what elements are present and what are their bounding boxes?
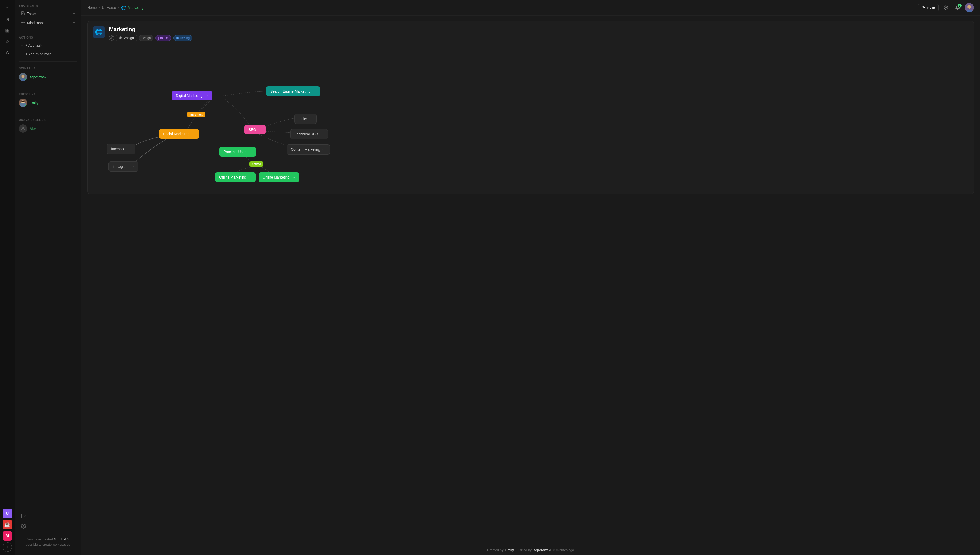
online-marketing-menu[interactable]: ···: [292, 175, 295, 180]
offline-marketing-menu[interactable]: ···: [248, 175, 252, 180]
info-button[interactable]: ⓘ: [109, 35, 114, 40]
tag-design[interactable]: design: [139, 35, 153, 41]
sidebar-divider3: [19, 87, 77, 88]
sidebar-divider4: [19, 113, 77, 113]
card-tags: ⓘ Assign design product ma: [109, 35, 959, 41]
svg-point-0: [6, 51, 8, 53]
unavailable-label: UNAVAILABLE - 1: [19, 118, 77, 121]
add-task-plus-icon: +: [21, 43, 23, 48]
svg-point-5: [21, 76, 22, 77]
add-mindmap-button[interactable]: + + Add mind map: [17, 50, 79, 58]
node-links[interactable]: Links ···: [294, 114, 317, 124]
breadcrumb: Home › Universe › 🌐 Marketing: [87, 5, 916, 10]
owner-section: OWNER - 1 sepetowski: [15, 65, 81, 84]
links-menu[interactable]: ···: [309, 117, 312, 121]
add-mindmap-plus-icon: +: [21, 52, 23, 56]
add-mindmap-label: + Add mind map: [25, 52, 51, 56]
home-nav-icon[interactable]: ⌂: [3, 3, 12, 13]
footer-editor-name: sepetowski: [533, 548, 551, 552]
card-title-area: Marketing ⓘ Assign design: [109, 26, 959, 41]
editor-label: EDITOR - 1: [19, 93, 77, 96]
owner-avatar: [19, 73, 27, 81]
sidebar-footer: You have created 3 out of 5 possible to …: [15, 533, 81, 551]
svg-point-16: [945, 7, 946, 8]
java-workspace-avatar[interactable]: ☕: [3, 520, 12, 529]
settings-icon-button[interactable]: [17, 521, 79, 531]
content-marketing-menu[interactable]: ···: [322, 147, 325, 152]
unavailable-section: UNAVAILABLE - 1 Alex: [15, 116, 81, 136]
breadcrumb-sep1: ›: [99, 6, 100, 10]
sidebar-divider: [19, 30, 77, 31]
add-workspace-button[interactable]: +: [3, 542, 12, 552]
tasks-chevron-icon: ▾: [73, 12, 75, 16]
tasks-label: Tasks: [27, 12, 71, 16]
breadcrumb-home[interactable]: Home: [87, 6, 97, 10]
instagram-menu[interactable]: ···: [130, 164, 134, 169]
node-offline-marketing[interactable]: Offline Marketing ···: [215, 172, 256, 182]
mindmaps-chevron-icon: ▾: [73, 21, 75, 25]
technical-seo-menu[interactable]: ···: [320, 132, 324, 136]
add-task-button[interactable]: + + Add task: [17, 41, 79, 50]
node-facebook[interactable]: facebook ···: [107, 144, 135, 154]
technical-seo-label: Technical SEO: [295, 132, 318, 136]
mindmap-connections-svg: [93, 46, 969, 189]
notification-button[interactable]: 1: [953, 3, 962, 12]
svg-point-18: [967, 5, 971, 9]
breadcrumb-universe[interactable]: Universe: [102, 6, 116, 10]
tag-marketing[interactable]: marketing: [173, 35, 193, 41]
footer-text2: possible to create workspaces: [26, 542, 70, 546]
calendar-nav-icon[interactable]: ▦: [3, 26, 12, 35]
node-social-marketing[interactable]: Social Marketing ···: [159, 129, 199, 139]
node-online-marketing[interactable]: Online Marketing ···: [259, 172, 299, 182]
node-practical-uses[interactable]: Practical Uses ···: [220, 147, 256, 157]
editor-section: EDITOR - 1 Emily: [15, 91, 81, 110]
footer-created-by: Created by: [487, 548, 503, 552]
node-technical-seo[interactable]: Technical SEO ···: [291, 129, 328, 139]
facebook-label: facebook: [111, 147, 125, 151]
node-seo[interactable]: SEO ···: [244, 125, 266, 135]
seo-label: SEO: [249, 128, 256, 132]
sidebar-divider2: [19, 61, 77, 62]
u-workspace-avatar[interactable]: U: [3, 508, 12, 518]
node-instagram[interactable]: instagram ···: [108, 162, 138, 172]
star-nav-icon[interactable]: ☆: [3, 37, 12, 47]
logout-icon-button[interactable]: [17, 512, 79, 521]
social-marketing-menu[interactable]: ···: [192, 132, 195, 136]
marketing-card: 🌐 Marketing ⓘ Assign: [87, 21, 974, 194]
footer-edited-by: Edited by: [518, 548, 532, 552]
footer-creator-name: Emily: [505, 548, 514, 552]
online-marketing-label: Online Marketing: [263, 175, 290, 179]
mindmaps-icon: [21, 21, 25, 26]
facebook-menu[interactable]: ···: [128, 147, 131, 151]
assign-button[interactable]: Assign: [116, 35, 137, 41]
user-profile-avatar[interactable]: [965, 3, 974, 12]
sem-label: Search Engine Marketing: [270, 89, 310, 93]
unavailable-name: Alex: [30, 127, 37, 131]
sem-menu[interactable]: ···: [312, 89, 316, 94]
user-nav-icon[interactable]: [3, 48, 12, 58]
node-sem[interactable]: Search Engine Marketing ···: [266, 87, 320, 96]
unavailable-item: Alex: [19, 124, 77, 134]
shortcuts-label: SHORTCUTS: [15, 4, 81, 9]
svg-point-6: [24, 76, 25, 77]
topbar: Home › Universe › 🌐 Marketing Invite: [81, 0, 980, 16]
settings-topbar-button[interactable]: [941, 3, 950, 12]
practical-uses-menu[interactable]: ···: [248, 149, 252, 154]
sidebar-item-tasks[interactable]: Tasks ▾: [17, 9, 79, 18]
sidebar-bottom-nav: [15, 509, 81, 533]
card-menu-button[interactable]: ···: [962, 26, 969, 34]
breadcrumb-current-label: Marketing: [128, 6, 143, 10]
invite-button[interactable]: Invite: [918, 4, 939, 11]
invite-label: Invite: [927, 6, 935, 10]
seo-menu[interactable]: ···: [258, 127, 262, 132]
m-workspace-avatar[interactable]: M: [3, 531, 12, 541]
sidebar-item-mindmaps[interactable]: Mind maps ▾: [17, 18, 79, 27]
tag-product[interactable]: product: [156, 35, 171, 41]
editor-avatar: [19, 99, 27, 107]
node-digital-marketing[interactable]: Digital Marketing ···: [172, 91, 212, 101]
card-header: 🌐 Marketing ⓘ Assign: [93, 26, 969, 41]
digital-marketing-menu[interactable]: ···: [204, 93, 208, 98]
node-content-marketing[interactable]: Content Marketing ···: [287, 144, 330, 154]
footer-bold: 3 out of 5: [54, 537, 69, 541]
clock-nav-icon[interactable]: ◷: [3, 14, 12, 24]
